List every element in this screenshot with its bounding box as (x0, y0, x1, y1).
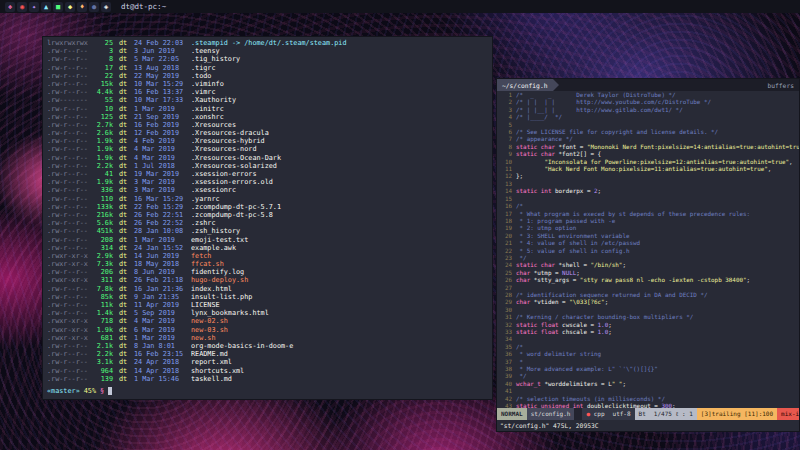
code-line[interactable]: 19 * 2: utmp option (497, 225, 799, 232)
code-line[interactable]: 21 * 4: value of shell in /etc/passwd (497, 240, 799, 247)
code-line[interactable]: 3/* | |__| | http://www.gitlab.com/dwt1/… (497, 107, 799, 114)
code-line[interactable]: 24static char *shell = "/bin/sh"; (497, 262, 799, 269)
code-line[interactable]: 36 * word delimiter string (497, 351, 799, 358)
code-line[interactable]: 33static float chscale = 1.0; (497, 329, 799, 336)
vim-command-line[interactable]: "st/config.h" 475L, 20953C (497, 420, 799, 431)
code-line[interactable]: 15 (497, 196, 799, 203)
file-row[interactable]: lrwxrwxrwx25dt24 Feb 22:03.steampid -> /… (47, 39, 488, 47)
file-row[interactable]: .rw-r--r--451kdt28 Jan 10:08.zsh_history (47, 227, 488, 235)
code-line[interactable]: 13 (497, 181, 799, 188)
file-row[interactable]: .rw-r--r--2.6kdt12 Feb 2019.Xresources-d… (47, 129, 488, 137)
file-row[interactable]: .rw-r--r--3.1kdt24 Apr 2018report.xml (47, 358, 488, 366)
file-row[interactable]: .rw-r--r--4.4kdt16 Feb 13:37.vimrc (47, 88, 488, 96)
file-row[interactable]: .rw-r--r--15kdt10 Mar 15:29.viminfo (47, 80, 488, 88)
code-line[interactable]: 9static char *font2[] = { (497, 151, 799, 158)
workspace-9-button[interactable]: ◈ (101, 2, 111, 12)
file-row[interactable]: .rw-r--r--2.2kdt16 Feb 23:15README.md (47, 350, 488, 358)
file-row[interactable]: .rw-r--r--125dt21 Sep 2019.xonshrc (47, 113, 488, 121)
file-row[interactable]: .rwxr-xr-x2.9kdt14 Jun 2019fetch (47, 252, 488, 260)
code-line[interactable]: 32static float cwscale = 1.0; (497, 322, 799, 329)
file-row[interactable]: .rw-r--r--85kdt9 Jan 21:35insult-list.ph… (47, 293, 488, 301)
file-row[interactable]: .rw-r--r--1.9kdt3 Mar 2019.xsession-erro… (47, 178, 488, 186)
code-line[interactable]: 6/* See LICENSE file for copyright and l… (497, 129, 799, 136)
file-row[interactable]: .rw-r--r--964dt14 Apr 2018shortcuts.xml (47, 367, 488, 375)
tab-config-h[interactable]: ~/s/config.h (497, 79, 553, 91)
file-row[interactable]: .rwxr-xr-x1.9kdt6 Mar 2019new-03.sh (47, 326, 488, 334)
workspace-6-button[interactable]: ◆ (65, 2, 75, 12)
code-line[interactable]: 38 * More advanced example: L" `'\"()[]{… (497, 366, 799, 373)
file-row[interactable]: .rw-r--r--17dt13 Aug 2018.tigrc (47, 64, 488, 72)
workspace-5-button[interactable]: ■ (53, 2, 63, 12)
code-line[interactable]: 25char *utmp = NULL; (497, 270, 799, 277)
file-row[interactable]: .rw-r--r--2.7kdt16 Feb 2019.Xresources (47, 121, 488, 129)
code-line[interactable]: 31/* Kerning / character bounding-box mu… (497, 314, 799, 321)
code-line[interactable]: 18 * 1: program passed with -e (497, 218, 799, 225)
file-row[interactable]: .rw-r--r--10dt1 Mar 2019.xinitrc (47, 105, 488, 113)
code-line[interactable]: 14static int borderpx = 2; (497, 188, 799, 195)
code-line[interactable]: 11 "Hack Nerd Font Mono:pixelsize=11:ant… (497, 166, 799, 173)
workspace-2-button[interactable]: ◉ (17, 2, 27, 12)
code-line[interactable]: 27 (497, 285, 799, 292)
code-line[interactable]: 5 (497, 122, 799, 129)
code-line[interactable]: 1/* _ _ Derek Taylor (DistroTube) */ (497, 92, 799, 99)
file-row[interactable]: .rw-------55dt10 Mar 17:33.Xauthority (47, 96, 488, 104)
file-row[interactable]: .rw-r--r--133kdt22 Feb 15:29.zcompdump-d… (47, 203, 488, 211)
file-row[interactable]: .rw-r--r--208dt1 Mar 2019emoji-test.txt (47, 236, 488, 244)
file-row[interactable]: .rw-r--r--2.2kdt1 Jul 2018.Xresources-so… (47, 162, 488, 170)
code-line[interactable]: 42/* selection timeouts (in milliseconds… (497, 396, 799, 403)
file-row[interactable]: .rw-r--r--1.9kdt4 Feb 2019.Xresources-hy… (47, 137, 488, 145)
code-line[interactable]: 41 (497, 388, 799, 395)
file-row[interactable]: .rw-r--r--314dt24 Jan 15:52example.awk (47, 244, 488, 252)
file-row[interactable]: .rw-r--r--110dt16 Mar 15:29.yarnrc (47, 195, 488, 203)
code-line[interactable]: 30 (497, 307, 799, 314)
file-row[interactable]: .rwxr-xr-x7.3kdt18 May 2018ffcat.sh (47, 260, 488, 268)
file-row[interactable]: .rw-r--r--11kdt11 Apr 2019LICENSE (47, 301, 488, 309)
code-line[interactable]: 28/* identification sequence returned in… (497, 292, 799, 299)
code-line[interactable]: 35/* (497, 344, 799, 351)
file-row[interactable]: .rw-r--r--5.6kdt26 Feb 22:52.zshrc (47, 219, 488, 227)
file-row[interactable]: .rw-r--r--206dt8 Jun 2019fidentify.log (47, 268, 488, 276)
file-manager-terminal-window[interactable]: lrwxrwxrwx25dt24 Feb 22:03.steampid -> /… (42, 36, 493, 400)
file-row[interactable]: .rw-r--r--139dt1 Mar 15:46taskell.md (47, 375, 488, 383)
code-line[interactable]: 8static char *font = "Mononoki Nerd Font… (497, 144, 799, 151)
file-row[interactable]: .rw-r--r--1.9kdt4 Mar 2019.Xresources-Oc… (47, 154, 488, 162)
code-line[interactable]: 39 */ (497, 373, 799, 380)
file-row[interactable]: .rw-r--r--1.4kdt5 Sep 2019lynx_bookmarks… (47, 309, 488, 317)
file-row[interactable]: .rw-r--r--216kdt26 Feb 22:51.zcompdump-d… (47, 211, 488, 219)
shell-prompt[interactable]: «master» 45% § (47, 387, 488, 396)
code-line[interactable]: 12}; (497, 173, 799, 180)
code-line[interactable]: 20 * 3: SHELL environment variable (497, 233, 799, 240)
code-line[interactable]: 37 * (497, 359, 799, 366)
file-row[interactable]: .rwxr-xr-x718dt4 Mar 2019new-02.sh (47, 317, 488, 325)
file-row[interactable]: .rwxr-xr-x311dt26 Feb 21:18hugo-deploy.s… (47, 276, 488, 284)
file-row[interactable]: .rw-r--r--8dt5 Mar 22:05.tig_history (47, 55, 488, 63)
file-row[interactable]: .rw-r--r--7.8kdt16 Jan 21:36index.html (47, 285, 488, 293)
file-row[interactable]: .rw-r--r--22dt22 May 2019.todo (47, 72, 488, 80)
code-line[interactable]: 34 (497, 336, 799, 343)
workspace-1-button[interactable]: ❖ (5, 2, 15, 12)
code-line[interactable]: 16/* (497, 203, 799, 210)
file-row[interactable]: .rw-r--r--1.9kdt4 Mar 2019.Xresources-no… (47, 145, 488, 153)
file-row[interactable]: .rw-r--r--2.1kdt8 Jan 8:01org-mode-basic… (47, 342, 488, 350)
file-row[interactable]: .rw-r--r--41dt19 Mar 2019.xsession-error… (47, 170, 488, 178)
workspace-8-button[interactable]: ● (89, 2, 99, 12)
file-row[interactable]: .rw-r--r--3dt3 Jun 2019.teensy (47, 47, 488, 55)
workspace-3-button[interactable]: ✦ (29, 2, 39, 12)
editor-terminal-window[interactable]: ~/s/config.h buffers 1/* _ _ Derek Taylo… (496, 78, 800, 432)
buffers-label[interactable]: buffers (767, 82, 799, 89)
code-line[interactable]: 22 * 5: value of shell in config.h (497, 248, 799, 255)
code-line[interactable]: 26char *stty_args = "stty raw pass8 nl -… (497, 277, 799, 284)
code-line[interactable]: 17 * What program is execed by st depend… (497, 211, 799, 218)
code-line[interactable]: 7/* appearance */ (497, 136, 799, 143)
code-line[interactable]: 10 "Inconsolata for Powerline:pixelsize=… (497, 159, 799, 166)
code-line[interactable]: 40wchar_t *worddelimiters = L" "; (497, 381, 799, 388)
code-line[interactable]: 2/* | | | | http://www.youtube.com/c/Dis… (497, 99, 799, 106)
code-line[interactable]: 23 */ (497, 255, 799, 262)
workspace-4-button[interactable]: ▲ (41, 2, 51, 12)
file-row[interactable]: .rwxr-xr-x681dt1 Mar 2019new.sh (47, 334, 488, 342)
file-row[interactable]: .rw-r--r--336dt3 Mar 2019.xsessionrc (47, 186, 488, 194)
workspace-7-button[interactable]: ♦ (77, 2, 87, 12)
code-line[interactable]: 4/* |____/ */ (497, 114, 799, 121)
editor-buffer[interactable]: 1/* _ _ Derek Taylor (DistroTube) */2/* … (497, 91, 799, 408)
code-line[interactable]: 29char *vtiden = "\033[?6c"; (497, 299, 799, 306)
